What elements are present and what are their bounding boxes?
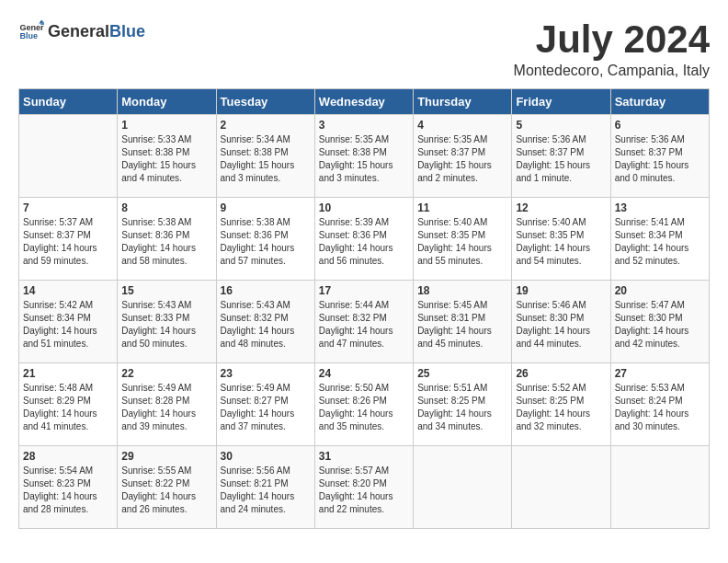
calendar-cell: 21Sunrise: 5:48 AM Sunset: 8:29 PM Dayli…: [19, 363, 118, 446]
day-info: Sunrise: 5:34 AM Sunset: 8:38 PM Dayligh…: [221, 133, 311, 185]
calendar-cell: 20Sunrise: 5:47 AM Sunset: 8:30 PM Dayli…: [610, 281, 709, 363]
day-info: Sunrise: 5:55 AM Sunset: 8:22 PM Dayligh…: [121, 465, 211, 516]
day-info: Sunrise: 5:43 AM Sunset: 8:32 PM Dayligh…: [221, 299, 311, 350]
day-number: 30: [221, 450, 311, 463]
calendar-cell: 30Sunrise: 5:56 AM Sunset: 8:21 PM Dayli…: [216, 446, 314, 529]
calendar-week-row: 1Sunrise: 5:33 AM Sunset: 8:38 PM Daylig…: [19, 115, 710, 198]
calendar-cell: 26Sunrise: 5:52 AM Sunset: 8:25 PM Dayli…: [512, 363, 610, 446]
calendar-cell: 31Sunrise: 5:57 AM Sunset: 8:20 PM Dayli…: [314, 446, 413, 529]
calendar-header-row: SundayMondayTuesdayWednesdayThursdayFrid…: [19, 89, 710, 115]
day-number: 20: [615, 284, 705, 297]
day-number: 24: [319, 367, 409, 380]
calendar-cell: 11Sunrise: 5:40 AM Sunset: 8:35 PM Dayli…: [414, 198, 512, 281]
calendar-cell: 27Sunrise: 5:53 AM Sunset: 8:24 PM Dayli…: [610, 363, 709, 446]
day-number: 22: [121, 367, 211, 380]
day-info: Sunrise: 5:51 AM Sunset: 8:25 PM Dayligh…: [417, 382, 507, 433]
calendar-cell: [414, 446, 512, 529]
day-info: Sunrise: 5:50 AM Sunset: 8:26 PM Dayligh…: [319, 382, 409, 433]
day-number: 4: [417, 119, 507, 132]
day-info: Sunrise: 5:37 AM Sunset: 8:37 PM Dayligh…: [23, 216, 113, 268]
day-info: Sunrise: 5:48 AM Sunset: 8:29 PM Dayligh…: [23, 382, 113, 433]
day-number: 6: [615, 119, 705, 132]
day-info: Sunrise: 5:36 AM Sunset: 8:37 PM Dayligh…: [516, 133, 606, 185]
day-info: Sunrise: 5:39 AM Sunset: 8:36 PM Dayligh…: [319, 216, 409, 268]
calendar-header-thursday: Thursday: [414, 89, 512, 115]
day-number: 13: [615, 201, 705, 214]
calendar-cell: 25Sunrise: 5:51 AM Sunset: 8:25 PM Dayli…: [414, 363, 512, 446]
day-number: 11: [417, 201, 507, 214]
svg-text:Blue: Blue: [19, 31, 38, 40]
day-number: 12: [516, 201, 606, 214]
title-area: July 2024 Montedecoro, Campania, Italy: [514, 18, 710, 79]
day-number: 27: [615, 367, 705, 380]
day-info: Sunrise: 5:44 AM Sunset: 8:32 PM Dayligh…: [319, 299, 409, 350]
calendar-cell: 3Sunrise: 5:35 AM Sunset: 8:38 PM Daylig…: [314, 115, 413, 198]
day-number: 1: [121, 119, 211, 132]
calendar-cell: 13Sunrise: 5:41 AM Sunset: 8:34 PM Dayli…: [610, 198, 709, 281]
logo-general-text: General: [48, 22, 109, 41]
calendar-cell: 24Sunrise: 5:50 AM Sunset: 8:26 PM Dayli…: [314, 363, 413, 446]
day-info: Sunrise: 5:42 AM Sunset: 8:34 PM Dayligh…: [23, 299, 113, 350]
calendar-header-friday: Friday: [512, 89, 610, 115]
month-year-title: July 2024: [514, 18, 710, 61]
calendar-cell: 28Sunrise: 5:54 AM Sunset: 8:23 PM Dayli…: [19, 446, 118, 529]
day-info: Sunrise: 5:36 AM Sunset: 8:37 PM Dayligh…: [615, 133, 705, 185]
day-info: Sunrise: 5:45 AM Sunset: 8:31 PM Dayligh…: [417, 299, 507, 350]
day-info: Sunrise: 5:49 AM Sunset: 8:27 PM Dayligh…: [221, 382, 311, 433]
day-number: 18: [417, 284, 507, 297]
calendar-header-saturday: Saturday: [610, 89, 709, 115]
calendar-cell: [610, 446, 709, 529]
day-number: 17: [319, 284, 409, 297]
calendar-cell: 29Sunrise: 5:55 AM Sunset: 8:22 PM Dayli…: [118, 446, 216, 529]
day-number: 28: [23, 450, 113, 463]
day-number: 19: [516, 284, 606, 297]
day-number: 16: [221, 284, 311, 297]
day-info: Sunrise: 5:56 AM Sunset: 8:21 PM Dayligh…: [221, 465, 311, 516]
day-info: Sunrise: 5:38 AM Sunset: 8:36 PM Dayligh…: [221, 216, 311, 268]
day-info: Sunrise: 5:41 AM Sunset: 8:34 PM Dayligh…: [615, 216, 705, 268]
day-number: 5: [516, 119, 606, 132]
calendar-cell: [19, 115, 118, 198]
calendar-cell: 9Sunrise: 5:38 AM Sunset: 8:36 PM Daylig…: [216, 198, 314, 281]
calendar-cell: 23Sunrise: 5:49 AM Sunset: 8:27 PM Dayli…: [216, 363, 314, 446]
calendar-header-monday: Monday: [118, 89, 216, 115]
day-info: Sunrise: 5:49 AM Sunset: 8:28 PM Dayligh…: [121, 382, 211, 433]
location-subtitle: Montedecoro, Campania, Italy: [514, 63, 710, 79]
calendar-cell: 8Sunrise: 5:38 AM Sunset: 8:36 PM Daylig…: [118, 198, 216, 281]
day-number: 26: [516, 367, 606, 380]
day-info: Sunrise: 5:53 AM Sunset: 8:24 PM Dayligh…: [615, 382, 705, 433]
day-number: 2: [221, 119, 311, 132]
day-number: 15: [121, 284, 211, 297]
calendar-cell: 17Sunrise: 5:44 AM Sunset: 8:32 PM Dayli…: [314, 281, 413, 363]
day-info: Sunrise: 5:57 AM Sunset: 8:20 PM Dayligh…: [319, 465, 409, 516]
calendar-header-wednesday: Wednesday: [314, 89, 413, 115]
calendar-header-sunday: Sunday: [19, 89, 118, 115]
day-number: 10: [319, 201, 409, 214]
day-info: Sunrise: 5:35 AM Sunset: 8:38 PM Dayligh…: [319, 133, 409, 185]
day-info: Sunrise: 5:47 AM Sunset: 8:30 PM Dayligh…: [615, 299, 705, 350]
day-number: 7: [23, 201, 113, 214]
day-info: Sunrise: 5:54 AM Sunset: 8:23 PM Dayligh…: [23, 465, 113, 516]
calendar-cell: 7Sunrise: 5:37 AM Sunset: 8:37 PM Daylig…: [19, 198, 118, 281]
calendar-cell: 15Sunrise: 5:43 AM Sunset: 8:33 PM Dayli…: [118, 281, 216, 363]
day-number: 21: [23, 367, 113, 380]
calendar-cell: 6Sunrise: 5:36 AM Sunset: 8:37 PM Daylig…: [610, 115, 709, 198]
calendar-week-row: 7Sunrise: 5:37 AM Sunset: 8:37 PM Daylig…: [19, 198, 710, 281]
calendar-cell: 22Sunrise: 5:49 AM Sunset: 8:28 PM Dayli…: [118, 363, 216, 446]
day-info: Sunrise: 5:40 AM Sunset: 8:35 PM Dayligh…: [417, 216, 507, 268]
day-number: 3: [319, 119, 409, 132]
calendar-cell: 19Sunrise: 5:46 AM Sunset: 8:30 PM Dayli…: [512, 281, 610, 363]
calendar-cell: 2Sunrise: 5:34 AM Sunset: 8:38 PM Daylig…: [216, 115, 314, 198]
day-info: Sunrise: 5:35 AM Sunset: 8:37 PM Dayligh…: [417, 133, 507, 185]
day-number: 23: [221, 367, 311, 380]
logo-blue-text: Blue: [109, 22, 145, 41]
calendar-week-row: 14Sunrise: 5:42 AM Sunset: 8:34 PM Dayli…: [19, 281, 710, 363]
day-number: 14: [23, 284, 113, 297]
svg-text:General: General: [19, 23, 44, 32]
calendar-cell: 5Sunrise: 5:36 AM Sunset: 8:37 PM Daylig…: [512, 115, 610, 198]
day-info: Sunrise: 5:38 AM Sunset: 8:36 PM Dayligh…: [121, 216, 211, 268]
day-number: 9: [221, 201, 311, 214]
day-number: 25: [417, 367, 507, 380]
calendar-cell: 10Sunrise: 5:39 AM Sunset: 8:36 PM Dayli…: [314, 198, 413, 281]
day-info: Sunrise: 5:33 AM Sunset: 8:38 PM Dayligh…: [121, 133, 211, 185]
